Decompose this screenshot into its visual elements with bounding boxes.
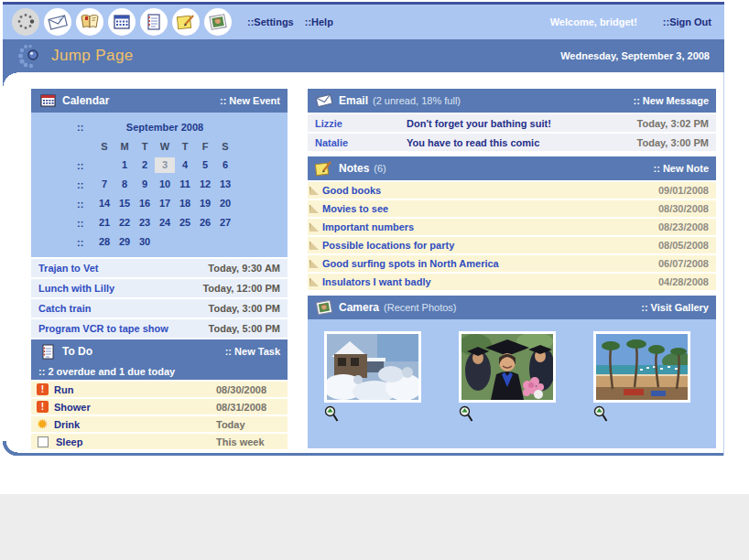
calendar-day[interactable]: 23 [135,215,155,231]
zoom-photo-button[interactable] [593,405,609,423]
checkbox-icon[interactable] [38,436,49,447]
zoom-photo-button[interactable] [324,405,340,423]
email-subject-link[interactable]: You have to read this comic [407,137,539,148]
page-date: Wednesday, September 3, 2008 [560,50,710,61]
camera-meta: (Recent Photos) [384,302,456,313]
email-sender-link[interactable]: Natalie [315,137,407,148]
calendar-day[interactable]: 25 [175,215,195,231]
calendar-day[interactable]: 1 [114,157,135,173]
content-bottom-left-corner [3,441,17,456]
settings-link[interactable]: ::Settings [247,16,294,27]
camera-photos [308,319,716,448]
zoom-photo-button[interactable] [459,405,474,423]
toolbar-calendar-button[interactable] [108,8,136,36]
calendar-day[interactable]: 24 [155,215,175,231]
new-note-link[interactable]: :: New Note [654,163,710,174]
magnifier-icon [593,405,609,423]
help-link[interactable]: ::Help [305,16,333,27]
task-name-link[interactable]: Run [54,384,216,395]
task-due-date: 08/30/2008 [216,384,282,395]
visit-gallery-link[interactable]: :: Visit Gallery [641,302,709,313]
calendar-day[interactable]: 11 [175,177,195,192]
calendar-day[interactable]: 15 [114,196,135,211]
note-title-link[interactable]: Good books [322,185,381,196]
note-title-link[interactable]: Important numbers [322,221,414,232]
calendar-day[interactable]: 21 [94,215,114,231]
task-due-date: Today [216,419,282,430]
calendar-month-label: September 2008 [94,122,235,133]
calendar-day-selected[interactable]: 3 [155,157,175,173]
task-name-link[interactable]: Sleep [56,436,216,447]
calendar-day[interactable]: 27 [215,215,235,231]
calendar-day[interactable]: 19 [195,196,215,211]
calendar-day[interactable]: 29 [114,234,135,250]
note-corner-icon [309,223,319,232]
email-row[interactable]: NatalieYou have to read this comicToday,… [308,134,716,151]
notes-widget: Notes (6) :: New Note Good books09/01/20… [308,156,716,290]
calendar-day[interactable]: 4 [175,157,195,173]
note-title-link[interactable]: Insulators I want badly [322,276,431,287]
beach-harbor-photo[interactable] [593,331,690,403]
calendar-week-row: ::14151617181920 [31,194,288,213]
new-task-link[interactable]: :: New Task [225,346,280,357]
toolbar-camera-button[interactable] [204,8,232,36]
sign-out-link[interactable]: ::Sign Out [663,16,711,27]
note-date: 08/05/2008 [658,240,709,251]
calendar-day[interactable]: 9 [135,177,155,192]
task-name-link[interactable]: Shower [54,402,216,413]
task-name-link[interactable]: Drink [54,419,216,430]
calendar-day[interactable]: 14 [94,196,114,211]
calendar-day[interactable]: 28 [94,234,114,250]
calendar-dow-row: SMTWTFS [31,137,288,156]
month-view-link[interactable]: :: [77,122,94,133]
content-top-left-corner [3,72,16,86]
week-view-link[interactable]: :: [77,160,94,171]
email-sender-link[interactable]: Lizzie [315,118,407,129]
week-view-link[interactable]: :: [77,218,94,229]
toolbar-todo-button[interactable] [140,8,168,36]
calendar-day[interactable]: 10 [155,177,175,192]
calendar-day[interactable]: 13 [215,177,235,192]
event-name-link[interactable]: Lunch with Lilly [38,283,114,294]
photo-item [459,331,556,448]
email-row[interactable]: LizzieDon't forget your bathing suit!Tod… [308,114,716,132]
note-title-link[interactable]: Possible locations for party [322,240,454,251]
todo-icon [38,343,57,360]
new-message-link[interactable]: :: New Message [633,95,709,106]
calendar-day[interactable]: 20 [215,196,235,211]
new-event-link[interactable]: :: New Event [220,95,280,106]
calendar-day[interactable]: 7 [94,177,114,192]
email-time: Today, 3:02 PM [637,118,709,129]
calendar-day[interactable]: 8 [114,177,135,192]
week-view-link[interactable]: :: [77,237,94,248]
calendar-day[interactable]: 17 [155,196,175,211]
email-meta: (2 unread, 18% full) [373,95,461,106]
note-title-link[interactable]: Movies to see [322,203,388,214]
toolbar-jump-page-button[interactable] [12,8,39,36]
snowy-house-photo[interactable] [324,331,421,403]
calendar-grid: :: September 2008 SMTWTFS::123456::78910… [31,113,288,257]
calendar-day[interactable]: 22 [114,215,135,231]
graduation-photo[interactable] [459,331,556,403]
day-of-week-label: S [215,139,235,155]
calendar-day[interactable]: 5 [195,157,215,173]
calendar-day[interactable]: 6 [215,157,235,173]
calendar-day[interactable]: 16 [135,196,155,211]
calendar-day[interactable]: 2 [135,157,155,173]
toolbar-notes-button[interactable] [172,8,200,36]
calendar-day[interactable]: 18 [175,196,195,211]
event-name-link[interactable]: Program VCR to tape show [38,323,168,334]
event-name-link[interactable]: Trajan to Vet [38,263,98,274]
note-title-link[interactable]: Good surfing spots in North America [322,258,499,269]
task-row: !Shower08/31/2008 [31,399,288,415]
calendar-day[interactable]: 12 [195,177,215,192]
week-view-link[interactable]: :: [77,179,94,190]
week-view-link[interactable]: :: [77,199,94,210]
calendar-day[interactable]: 30 [135,234,155,250]
calendar-day[interactable]: 26 [195,215,215,231]
toolbar-email-button[interactable] [44,8,71,36]
email-subject-link[interactable]: Don't forget your bathing suit! [407,118,551,129]
event-name-link[interactable]: Catch train [38,303,91,314]
app-window: ::Settings ::Help Welcome, bridget! ::Si… [3,0,724,456]
toolbar-contacts-button[interactable] [76,8,103,36]
